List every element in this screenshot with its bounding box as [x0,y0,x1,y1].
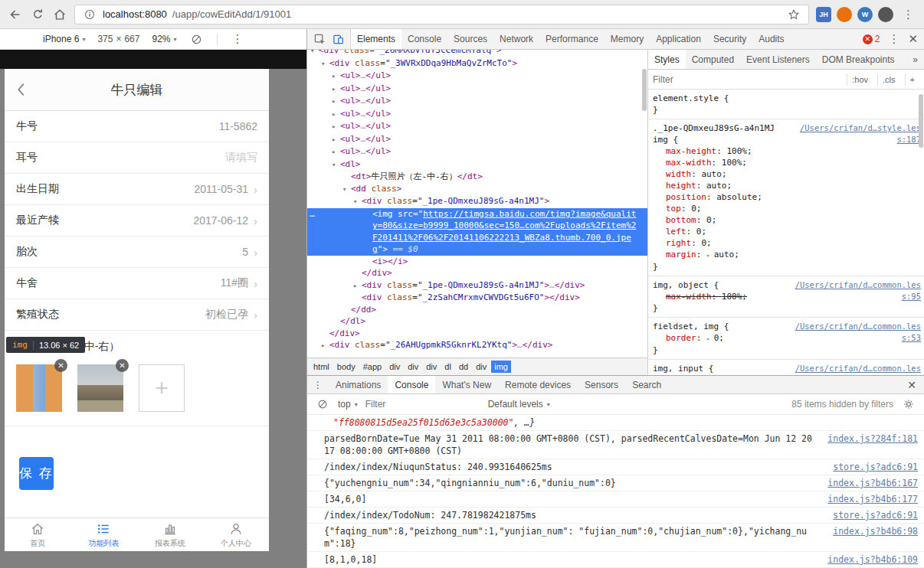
throttling-icon[interactable] [189,31,205,47]
rule-selector[interactable]: img, object { [653,280,719,290]
browser-menu-icon[interactable]: ⋮ [900,8,916,21]
extension-icon-3[interactable]: W [857,7,873,22]
console-message[interactable]: {"faqing_num":8,"peizhong_num":1,"yunjia… [307,524,924,552]
dom-node[interactable]: </dl> [307,315,647,328]
save-button[interactable]: 保 存 [19,457,54,490]
stylesheet-link[interactable]: /Users/crifan/d…style.less:187 [791,122,921,145]
styles-tab-styles[interactable]: Styles [648,50,686,69]
dom-node[interactable]: ▾<div class="_1pe-QDmxeuJ89sG-a4n1MJ"> [307,195,647,208]
console-message[interactable]: parsedBornDate=Tue May 31 2011 08:00:00 … [307,431,924,459]
source-location-link[interactable]: store.js?adc6:91 [833,509,918,521]
stylesheet-link[interactable]: /Users/crifan/d…common.less:95 [791,279,921,302]
css-property[interactable]: max-height: 100%; [653,145,921,157]
breadcrumb-div[interactable]: div [386,361,403,373]
styles-tab-dom-breakpoints[interactable]: DOM Breakpoints [816,50,901,69]
dom-node[interactable]: </div> [307,352,647,353]
device-toolbar-menu-icon[interactable]: ⋮ [230,32,246,46]
expand-shorthand-icon[interactable]: ▸ [706,252,714,259]
breadcrumb-app[interactable]: #app [360,361,385,373]
dom-node[interactable]: ▸<ul>…</ul> [307,95,647,108]
class-toggle[interactable]: .cls [877,73,900,86]
nav-home[interactable]: 首页 [5,518,70,551]
extension-icon-2[interactable] [837,7,852,22]
css-property[interactable]: right: 0; [653,237,921,249]
console-message[interactable]: {"yuchengniu_num":34,"qingnianniu_num":6… [307,475,924,491]
device-toolbar-toggle-icon[interactable] [330,31,346,47]
log-levels-select[interactable]: Default levels▾ [488,399,550,410]
rule-selector[interactable]: fieldset, img { [653,322,729,331]
form-row[interactable]: 牛舍11#圈› [5,268,269,299]
remove-photo-icon[interactable]: ✕ [116,359,129,372]
remove-photo-icon[interactable]: ✕ [54,359,67,372]
expand-shorthand-icon[interactable]: ▸ [706,335,714,342]
refresh-icon[interactable] [30,7,45,22]
source-location-link[interactable]: index.js?b4b6:167 [827,477,918,489]
drawer-menu-icon[interactable]: ⋮ [307,380,329,390]
form-row[interactable]: 出生日期2011-05-31› [5,174,269,205]
source-location-link[interactable]: index.js?284f:181 [827,433,918,445]
dom-node[interactable]: ▾<div class="_26MMXbVfdY3cCemcMYatq"> [307,50,647,57]
devtools-tab-audits[interactable]: Audits [752,29,790,49]
drawer-close-icon[interactable]: ✕ [899,379,924,391]
styles-tab-computed[interactable]: Computed [686,50,740,69]
dom-node[interactable]: ▸<div class="_1pe-QDmxeuJ89sG-a4n1MJ">…<… [307,279,647,292]
console-message[interactable]: /index/index/TodoNum: 247.781982421875ms… [307,508,924,524]
dom-node[interactable]: <dt>牛只照片（左-中-右）</dt> [307,171,647,183]
dom-node[interactable]: ▾<dd class> [307,183,647,196]
elements-scrollbar[interactable] [642,69,647,111]
dom-node[interactable]: <div class="_2zSahCMrxmvCWVDGt5u6FO"></d… [307,292,647,304]
devtools-tab-memory[interactable]: Memory [605,29,650,49]
more-actions-icon[interactable]: … [307,208,318,220]
page-info-icon[interactable] [82,7,97,22]
home-icon[interactable] [52,7,67,22]
dom-node[interactable]: ▸<ul>…</ul> [307,145,647,158]
css-property[interactable]: position: absolute; [653,191,921,203]
form-row[interactable]: 繁殖状态初检已孕› [5,299,269,331]
console-settings-icon[interactable] [901,397,916,412]
styles-scrollbar[interactable] [919,94,923,148]
breadcrumb-img[interactable]: img [491,361,511,373]
drawer-tab-remote-devices[interactable]: Remote devices [498,376,578,393]
dom-node[interactable]: ▾<dl> [307,158,647,171]
dom-node[interactable]: ▸<ul>…</ul> [307,108,647,121]
clear-console-icon[interactable] [315,397,330,412]
execution-context-select[interactable]: top▾ [338,399,358,410]
extension-icon-1[interactable]: JH [816,7,831,22]
devtools-close-icon[interactable]: ✕ [908,32,918,46]
add-photo-button[interactable]: + [139,364,185,412]
breadcrumb-html[interactable]: html [310,361,333,373]
devtools-tab-network[interactable]: Network [493,29,539,49]
rule-selector[interactable]: element.style { [653,93,729,103]
devtools-menu-icon[interactable]: ⋮ [886,32,902,46]
nav-list[interactable]: 功能列表 [70,518,136,551]
breadcrumb-dl[interactable]: dl [441,361,454,373]
console-message[interactable]: [34,6,0]index.js?b4b6:177 [307,491,924,508]
device-dimensions[interactable]: 375×667 [97,34,139,44]
breadcrumb-div[interactable]: div [423,361,440,373]
rule-selector[interactable]: ._1pe-QDmxeuJ89sG-a4n1MJ img { [653,123,775,145]
dom-node[interactable]: ▸<ul>…</ul> [307,70,647,83]
nav-user[interactable]: 个人中心 [203,518,269,551]
extension-icon-4[interactable] [878,7,893,22]
css-property[interactable]: margin: ▸ auto; [653,249,921,261]
drawer-tab-console[interactable]: Console [388,376,435,393]
pseudo-state-toggle[interactable]: :hov [847,73,873,86]
console-message[interactable]: /index/index/NiuqunStatus: 240.993164062… [307,459,924,475]
dom-node[interactable]: ▸<ul>…</ul> [307,83,647,96]
devtools-tab-application[interactable]: Application [650,29,707,49]
css-property[interactable]: bottom: 0; [653,214,921,226]
css-property[interactable]: max-width: 100%; [653,157,921,168]
device-select[interactable]: iPhone 6▾ [43,34,85,44]
photo-thumb-left[interactable]: ✕ [16,364,62,412]
url-bar[interactable]: localhost:8080 /uapp/cowEditAdd/1/91001 [74,5,809,24]
console-filter-input[interactable] [365,399,480,410]
dom-node-img-selected[interactable]: …<img src="https://timgsa.baidu.com/timg… [307,208,647,256]
breadcrumb-div[interactable]: div [405,361,421,373]
source-location-link[interactable]: index.js?b4b6:177 [827,493,918,505]
form-row[interactable]: 最近产犊2017-06-12› [5,205,269,237]
error-count-badge[interactable]: ✕2 [863,34,880,44]
dom-node[interactable]: ▸<div class="_26AHUgpmkR5GknrKL2YKtq">…<… [307,339,647,352]
dom-node[interactable]: </div> [307,328,647,340]
back-chevron-icon[interactable] [14,81,29,101]
inspect-element-icon[interactable] [312,31,327,47]
